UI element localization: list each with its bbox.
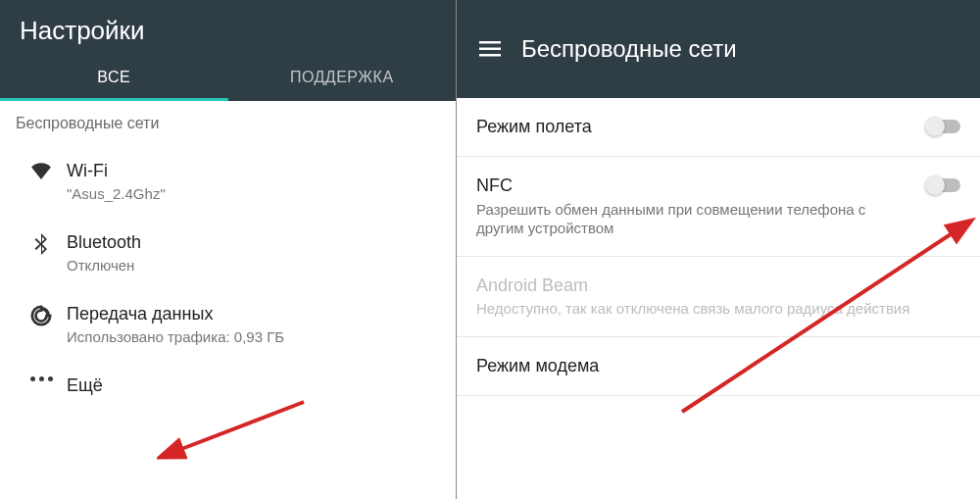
- wifi-title: Wi-Fi: [67, 160, 440, 182]
- item-more[interactable]: Ещё: [0, 361, 456, 411]
- item-android-beam: Android Beam Недоступно, так как отключе…: [457, 257, 980, 337]
- item-data-usage[interactable]: Передача данных Использовано трафика: 0,…: [0, 289, 456, 361]
- more-icon: [16, 374, 67, 381]
- tab-all[interactable]: ВСЕ: [0, 54, 228, 101]
- svg-rect-2: [479, 48, 501, 51]
- page-title: Беспроводные сети: [521, 35, 737, 63]
- section-wireless: Беспроводные сети: [0, 101, 456, 146]
- data-usage-icon: [16, 303, 67, 326]
- tabs: ВСЕ ПОДДЕРЖКА: [0, 54, 456, 101]
- item-bluetooth[interactable]: Bluetooth Отключен: [0, 218, 456, 289]
- svg-rect-1: [479, 41, 501, 44]
- data-title: Передача данных: [67, 303, 440, 325]
- header: Беспроводные сети: [457, 0, 980, 98]
- item-wifi[interactable]: Wi-Fi "Asus_2.4Ghz": [0, 146, 456, 218]
- bluetooth-title: Bluetooth: [67, 231, 440, 254]
- bluetooth-icon: [16, 231, 67, 255]
- data-sub: Использовано трафика: 0,93 ГБ: [67, 327, 440, 347]
- item-nfc[interactable]: NFC Разрешить обмен данными при совмещен…: [457, 157, 980, 256]
- beam-sub: Недоступно, так как отключена связь мало…: [476, 299, 949, 319]
- page-title: Настройки: [20, 16, 436, 46]
- nfc-sub: Разрешить обмен данными при совмещении т…: [476, 200, 915, 238]
- nfc-toggle[interactable]: [927, 178, 960, 192]
- beam-title: Android Beam: [476, 274, 949, 297]
- wireless-panel: Беспроводные сети Режим полета NFC Разре…: [457, 0, 980, 499]
- airplane-toggle[interactable]: [927, 120, 960, 133]
- wifi-icon: [16, 160, 67, 179]
- nfc-title: NFC: [476, 175, 915, 197]
- bluetooth-sub: Отключен: [67, 256, 440, 275]
- more-title: Ещё: [67, 374, 440, 397]
- hamburger-icon: [479, 41, 501, 57]
- svg-rect-3: [479, 54, 501, 57]
- item-tethering[interactable]: Режим модема: [457, 337, 980, 396]
- wifi-sub: "Asus_2.4Ghz": [67, 184, 440, 204]
- tether-title: Режим модема: [476, 355, 949, 377]
- tab-support[interactable]: ПОДДЕРЖКА: [228, 54, 457, 101]
- item-airplane-mode[interactable]: Режим полета: [457, 98, 980, 157]
- settings-panel: Настройки ВСЕ ПОДДЕРЖКА Беспроводные сет…: [0, 0, 457, 499]
- menu-button[interactable]: [470, 29, 510, 69]
- airplane-title: Режим полета: [476, 116, 915, 138]
- header: Настройки ВСЕ ПОДДЕРЖКА: [0, 0, 456, 101]
